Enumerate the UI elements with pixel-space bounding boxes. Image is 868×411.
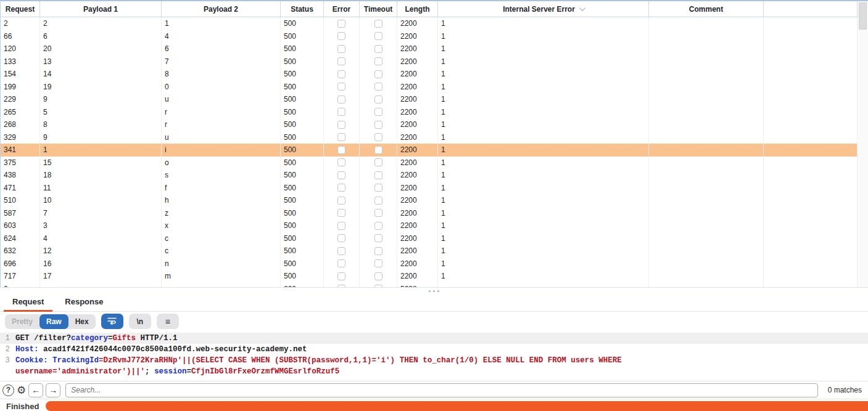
table-row[interactable]: 2688r50022001 [1, 118, 858, 131]
cell-comment [649, 270, 764, 283]
table-row[interactable]: 6033x50022001 [1, 219, 858, 232]
error-checkbox[interactable] [337, 20, 345, 28]
table-row[interactable]: 6244c50022001 [1, 232, 858, 245]
error-checkbox[interactable] [337, 96, 345, 104]
table-row[interactable]: 3411i50022001 [1, 144, 858, 157]
timeout-checkbox[interactable] [374, 20, 382, 28]
column-header-payload1[interactable]: Payload 1 [40, 1, 162, 17]
timeout-checkbox[interactable] [374, 45, 382, 53]
cell-length: 2200 [397, 270, 438, 283]
error-checkbox[interactable] [337, 259, 345, 267]
error-checkbox[interactable] [337, 32, 345, 40]
timeout-checkbox[interactable] [374, 83, 382, 91]
error-checkbox[interactable] [337, 222, 345, 230]
column-header-request[interactable]: Request [1, 1, 40, 17]
error-checkbox[interactable] [337, 285, 345, 287]
panel-splitter[interactable] [0, 287, 868, 294]
error-checkbox[interactable] [337, 247, 345, 255]
table-row[interactable]: 63212c50022001 [1, 245, 858, 258]
error-checkbox[interactable] [337, 234, 345, 242]
table-row[interactable]: 666450022001 [1, 30, 858, 43]
cell-spacer [764, 270, 858, 283]
cell-payload2 [162, 283, 281, 288]
table-row[interactable]: 12020650022001 [1, 43, 858, 55]
error-checkbox[interactable] [337, 171, 345, 179]
timeout-checkbox[interactable] [374, 247, 382, 255]
error-checkbox[interactable] [337, 121, 345, 129]
scrollbar-thumb[interactable] [859, 2, 867, 30]
table-row[interactable]: 19919050022001 [1, 81, 858, 94]
timeout-checkbox[interactable] [374, 70, 382, 78]
table-row[interactable]: 02005028 [1, 283, 858, 288]
timeout-checkbox[interactable] [374, 209, 382, 217]
tab-request[interactable]: Request [4, 293, 52, 311]
error-checkbox[interactable] [337, 209, 345, 217]
table-row[interactable]: 2299u50022001 [1, 93, 858, 106]
timeout-checkbox[interactable] [374, 259, 382, 267]
error-checkbox[interactable] [337, 184, 345, 192]
timeout-checkbox[interactable] [374, 234, 382, 242]
timeout-checkbox[interactable] [374, 171, 382, 179]
match-count: 0 matches [828, 386, 863, 394]
error-checkbox[interactable] [337, 146, 345, 154]
pretty-button[interactable]: Pretty [5, 314, 39, 329]
timeout-checkbox[interactable] [374, 57, 382, 65]
table-row[interactable]: 15414850022001 [1, 68, 858, 81]
timeout-checkbox[interactable] [374, 32, 382, 40]
column-header-length[interactable]: Length [397, 1, 438, 17]
table-row[interactable]: 5877z50022001 [1, 207, 858, 220]
timeout-checkbox[interactable] [374, 285, 382, 287]
table-row[interactable]: 13313750022001 [1, 55, 858, 68]
table-row[interactable]: 37515o50022001 [1, 157, 858, 169]
timeout-checkbox[interactable] [374, 96, 382, 104]
hex-button[interactable]: Hex [68, 314, 96, 329]
tab-response[interactable]: Response [56, 293, 112, 311]
error-checkbox[interactable] [337, 272, 345, 280]
previous-match-button[interactable]: ← [28, 383, 43, 397]
column-header-error[interactable]: Error [324, 1, 360, 17]
table-row[interactable]: 2655r50022001 [1, 106, 858, 119]
error-checkbox[interactable] [337, 45, 345, 53]
show-newlines-button[interactable]: \n [129, 314, 151, 329]
cell-status: 500 [281, 144, 324, 157]
search-input[interactable] [65, 383, 818, 397]
error-checkbox[interactable] [337, 70, 345, 78]
table-row[interactable]: 3299u50022001 [1, 131, 858, 144]
table-row[interactable]: 51010h50022001 [1, 194, 858, 207]
column-header-status[interactable]: Status [281, 1, 324, 17]
timeout-checkbox[interactable] [374, 197, 382, 205]
error-checkbox[interactable] [337, 133, 345, 141]
next-match-button[interactable]: → [46, 383, 60, 397]
timeout-checkbox[interactable] [374, 158, 382, 166]
column-header-payload2[interactable]: Payload 2 [162, 1, 281, 17]
table-scrollbar[interactable] [858, 1, 868, 287]
cell-payload1: 12 [40, 245, 162, 258]
request-editor[interactable]: 1GET /filter?category=Gifts HTTP/1.12Hos… [0, 331, 868, 381]
word-wrap-button[interactable] [101, 314, 123, 329]
error-checkbox[interactable] [337, 83, 345, 91]
error-checkbox[interactable] [337, 108, 345, 116]
error-checkbox[interactable] [337, 158, 345, 166]
table-row[interactable]: 69616n50022001 [1, 258, 858, 271]
raw-button[interactable]: Raw [39, 314, 68, 329]
timeout-checkbox[interactable] [374, 146, 382, 154]
table-row[interactable]: 22150022001 [1, 17, 858, 30]
table-row[interactable]: 47111f50022001 [1, 182, 858, 195]
chevron-down-icon[interactable] [579, 5, 585, 11]
table-row[interactable]: 71717m50022001 [1, 270, 858, 283]
column-header-comment[interactable]: Comment [649, 1, 764, 17]
timeout-checkbox[interactable] [374, 272, 382, 280]
column-header-ise[interactable]: Internal Server Error [438, 1, 649, 17]
gear-icon[interactable]: ⚙ [17, 385, 26, 396]
timeout-checkbox[interactable] [374, 133, 382, 141]
error-checkbox[interactable] [337, 197, 345, 205]
timeout-checkbox[interactable] [374, 121, 382, 129]
error-checkbox[interactable] [337, 57, 345, 65]
timeout-checkbox[interactable] [374, 222, 382, 230]
help-icon[interactable]: ? [2, 385, 14, 396]
timeout-checkbox[interactable] [374, 184, 382, 192]
timeout-checkbox[interactable] [374, 108, 382, 116]
column-header-timeout[interactable]: Timeout [360, 1, 397, 17]
editor-menu-button[interactable]: ≡ [157, 314, 179, 329]
table-row[interactable]: 43818s50022001 [1, 169, 858, 182]
